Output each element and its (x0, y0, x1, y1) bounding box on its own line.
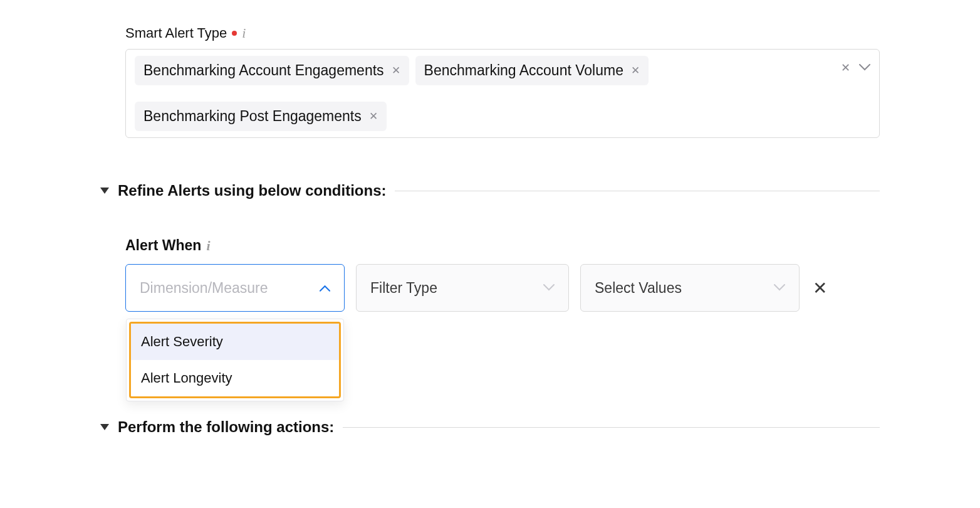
dimension-dropdown: Alert Severity Alert Longevity (126, 319, 344, 401)
smart-alert-type-label: Smart Alert Type i (125, 25, 880, 41)
chevron-up-icon (320, 284, 330, 292)
filter-type-select[interactable]: Filter Type (356, 264, 569, 312)
dropdown-highlight-frame: Alert Severity Alert Longevity (129, 322, 341, 398)
chip-benchmarking-post-engagements: Benchmarking Post Engagements ✕ (135, 102, 387, 131)
info-icon[interactable]: i (206, 239, 210, 253)
chevron-down-icon (543, 284, 555, 292)
collapse-toggle-icon[interactable] (100, 424, 109, 430)
field-label-text: Smart Alert Type (125, 25, 227, 41)
refine-title: Refine Alerts using below conditions: (118, 182, 386, 199)
chip-benchmarking-account-engagements: Benchmarking Account Engagements ✕ (135, 56, 409, 85)
chip-remove-icon[interactable]: ✕ (631, 65, 640, 76)
actions-title: Perform the following actions: (118, 418, 334, 436)
chip-label: Benchmarking Account Engagements (143, 62, 384, 79)
select-values-placeholder: Select Values (595, 280, 682, 297)
chip-benchmarking-account-volume: Benchmarking Account Volume ✕ (415, 56, 649, 85)
actions-section-header[interactable]: Perform the following actions: (100, 418, 880, 436)
dimension-measure-input[interactable] (140, 280, 320, 297)
chip-label: Benchmarking Post Engagements (143, 108, 362, 125)
divider (395, 191, 880, 191)
clear-all-icon[interactable]: ✕ (841, 61, 850, 75)
alert-filter-row: Alert Severity Alert Longevity Filter Ty… (125, 264, 880, 312)
select-values-select[interactable]: Select Values (580, 264, 800, 312)
dropdown-option-alert-severity[interactable]: Alert Severity (131, 324, 339, 360)
collapse-toggle-icon[interactable] (100, 188, 109, 194)
chip-remove-icon[interactable]: ✕ (392, 65, 400, 76)
remove-row-icon[interactable]: ✕ (811, 278, 828, 299)
chevron-down-icon (774, 284, 785, 292)
multiselect-controls: ✕ (841, 61, 870, 75)
chip-label: Benchmarking Account Volume (424, 62, 623, 79)
divider (343, 427, 880, 428)
refine-section-header[interactable]: Refine Alerts using below conditions: (100, 182, 880, 199)
required-dot-icon (232, 31, 237, 36)
dropdown-option-alert-longevity[interactable]: Alert Longevity (131, 360, 339, 396)
alert-when-label: Alert When i (125, 237, 880, 254)
chevron-down-icon[interactable] (859, 64, 870, 71)
chip-remove-icon[interactable]: ✕ (369, 111, 378, 122)
filter-type-placeholder: Filter Type (370, 280, 437, 297)
info-icon[interactable]: i (242, 26, 246, 40)
dimension-measure-select[interactable]: Alert Severity Alert Longevity (125, 264, 345, 312)
smart-alert-type-multiselect[interactable]: Benchmarking Account Engagements ✕ Bench… (125, 49, 880, 138)
alert-when-text: Alert When (125, 237, 201, 254)
